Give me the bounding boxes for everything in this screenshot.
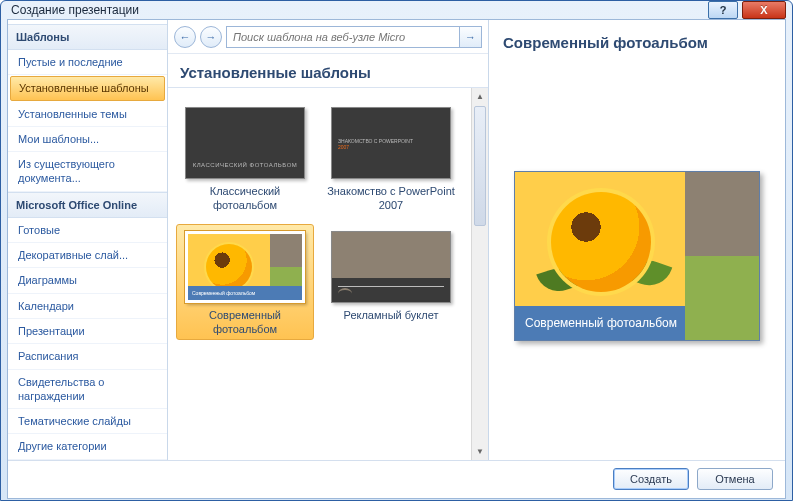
template-label: Рекламный буклет [327,309,455,337]
sidebar-item-blank[interactable]: Пустые и последние [8,50,167,75]
dialog-body: Шаблоны Пустые и последние Установленные… [7,19,786,499]
gallery-scrollbar[interactable]: ▲ ▼ [471,88,488,460]
template-item-classic[interactable]: КЛАССИЧЕСКИЙ ФОТОАЛЬБОМ Классический фот… [176,100,314,216]
arrow-left-icon: ← [180,31,191,43]
preview-title: Современный фотоальбом [499,28,775,61]
dialog-footer: Создать Отмена [8,460,785,498]
create-button[interactable]: Создать [613,468,689,490]
gallery-toolbar: ← → → [168,20,488,54]
preview-image: Современный фотоальбом [514,171,760,341]
template-label: Классический фотоальбом [181,185,309,213]
dialog-window: Создание презентации ? X Шаблоны Пустые … [0,0,793,501]
template-gallery: КЛАССИЧЕСКИЙ ФОТОАЛЬБОМ Классический фот… [168,88,488,460]
sidebar-item-decorative[interactable]: Декоративные слай... [8,243,167,268]
template-item-brochure[interactable]: Рекламный буклет [322,224,460,340]
template-thumb: ЗНАКОМСТВО С POWERPOINT 2007 [331,107,451,179]
sidebar-item-installed-templates[interactable]: Установленные шаблоны [10,76,165,100]
window-title: Создание презентации [11,3,139,17]
nav-forward-button[interactable]: → [200,26,222,48]
close-button[interactable]: X [742,1,786,19]
main-area: Шаблоны Пустые и последние Установленные… [8,20,785,460]
sidebar-item-calendars[interactable]: Календари [8,294,167,319]
scroll-up-icon[interactable]: ▲ [472,88,488,105]
sidebar-item-other-categories[interactable]: Другие категории [8,434,167,459]
search-go-button[interactable]: → [460,26,482,48]
template-thumb: Современный фотоальбом [185,231,305,303]
sidebar-item-my-templates[interactable]: Мои шаблоны... [8,127,167,152]
preview-caption: Современный фотоальбом [515,306,685,340]
scroll-down-icon[interactable]: ▼ [472,443,488,460]
titlebar: Создание презентации ? X [1,1,792,19]
sidebar-item-themed-slides[interactable]: Тематические слайды [8,409,167,434]
help-icon: ? [720,4,727,16]
template-item-meet-powerpoint[interactable]: ЗНАКОМСТВО С POWERPOINT 2007 Знакомство … [322,100,460,216]
sidebar-header-office-online: Microsoft Office Online [8,192,167,218]
sidebar-item-schedules[interactable]: Расписания [8,344,167,369]
template-label: Знакомство с PowerPoint 2007 [327,185,455,213]
sidebar-header-templates: Шаблоны [8,24,167,50]
template-thumb [331,231,451,303]
close-icon: X [760,4,767,16]
category-sidebar: Шаблоны Пустые и последние Установленные… [8,20,168,460]
gallery-scroll: КЛАССИЧЕСКИЙ ФОТОАЛЬБОМ Классический фот… [168,88,488,460]
sidebar-item-from-existing[interactable]: Из существующего документа... [8,152,167,192]
help-button[interactable]: ? [708,1,738,19]
sidebar-item-featured[interactable]: Готовые [8,218,167,243]
sidebar-item-presentations[interactable]: Презентации [8,319,167,344]
preview-panel: Современный фотоальбом Современный фотоа… [489,20,785,460]
sidebar-item-certificates[interactable]: Свидетельства о награждении [8,370,167,410]
search-wrap: → [226,26,482,48]
preview-pane: Современный фотоальбом [499,61,775,452]
template-label: Современный фотоальбом [181,309,309,337]
template-gallery-panel: ← → → Установленные шаблоны КЛАССИЧЕСКИЙ… [168,20,489,460]
nav-back-button[interactable]: ← [174,26,196,48]
search-input[interactable] [226,26,460,48]
cancel-button[interactable]: Отмена [697,468,773,490]
gallery-section-title: Установленные шаблоны [168,54,488,88]
scrollbar-thumb[interactable] [474,106,486,226]
arrow-right-icon: → [465,31,476,43]
arrow-right-icon: → [206,31,217,43]
template-item-modern[interactable]: Современный фотоальбом Современный фотоа… [176,224,314,340]
sidebar-item-diagrams[interactable]: Диаграммы [8,268,167,293]
template-thumb: КЛАССИЧЕСКИЙ ФОТОАЛЬБОМ [185,107,305,179]
sidebar-item-installed-themes[interactable]: Установленные темы [8,102,167,127]
